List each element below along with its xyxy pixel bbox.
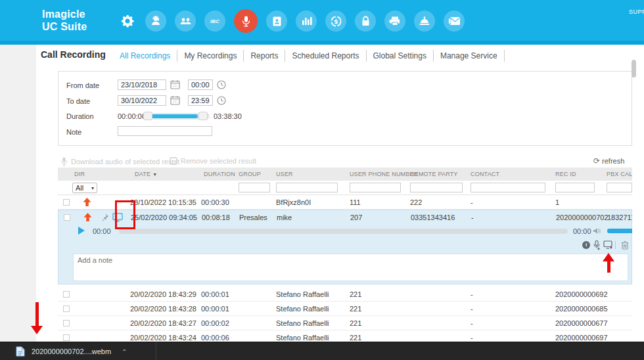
play-button[interactable] [78,227,85,235]
speaker-icon[interactable] [593,227,601,236]
to-date-input[interactable] [118,95,166,106]
people-group-icon[interactable] [175,11,196,32]
pbx-filter-input[interactable] [607,183,632,192]
duration-slider-handle-max[interactable] [198,112,208,120]
refresh-button[interactable]: ⟳refresh [593,156,624,166]
col-duration[interactable]: DURATION [204,171,235,177]
cell-duration: 00:08:18 [202,214,230,221]
currency-dollar-icon[interactable]: $ [325,11,346,32]
col-contact[interactable]: CONTACT [471,171,499,177]
from-time-input[interactable] [188,79,213,90]
to-time-clock-icon[interactable] [217,96,226,108]
col-remote-party[interactable]: REMOTE PARTY [410,171,458,177]
cell-contact: - [471,198,473,206]
table-row[interactable]: 20/02/2020 18:43:24 00:00:06 Stefano Raf… [58,330,632,342]
table-row[interactable]: 20/02/2020 18:43:27 00:00:02 Stefano Raf… [58,316,632,330]
duration-slider-handle-min[interactable] [143,112,152,120]
user-filter-input[interactable] [276,183,338,192]
table-filter-row: All▾ [58,181,632,195]
col-group[interactable]: GROUP [239,171,261,177]
bar-chart-icon[interactable] [296,11,317,32]
tab-scheduled-reports[interactable]: Scheduled Reports [285,50,366,62]
chevron-up-icon[interactable]: ⌃ [122,348,127,355]
refresh-icon: ⟳ [593,156,600,166]
contact-filter-input[interactable] [471,183,545,192]
group-filter-input[interactable] [239,183,270,192]
remote-party-filter-input[interactable] [410,183,463,192]
col-date[interactable]: DATE▼ [135,171,157,177]
call-recording-microphone-icon[interactable] [234,9,258,33]
row-checkbox[interactable] [63,320,70,326]
envelope-icon[interactable] [444,11,465,32]
row-checkbox[interactable] [63,291,70,298]
lock-icon[interactable] [355,11,376,32]
rec-id-filter-input[interactable] [555,183,595,192]
col-user-phone-number[interactable]: USER PHONE NUMBER [350,171,418,177]
duration-slider-fill [152,114,198,118]
table-row[interactable]: 28/10/2022 10:15:35 00:00:30 BfRjxz8n0I … [58,195,632,210]
cell-date: 25/02/2020 09:34:05 [131,214,197,221]
scrollbar-thumb[interactable] [632,60,636,78]
from-time-clock-icon[interactable] [217,80,226,92]
cell-group: Presales [239,214,267,221]
table-row-selected[interactable]: 25/02/2020 09:34:05 00:08:18 Presales mi… [58,210,632,225]
volume-bar[interactable] [607,229,632,233]
cell-date: 28/10/2022 10:15:35 [130,198,196,206]
cell-date: 20/02/2020 18:43:24 [130,334,196,342]
cell-duration: 00:00:01 [201,290,229,298]
trash-icon[interactable] [621,240,629,251]
col-rec-id[interactable]: REC ID [555,171,576,177]
col-pbx-call-id[interactable]: PBX CALL ID [607,171,632,177]
annotation-arrow-down [35,302,39,326]
contact-directory-icon[interactable] [266,11,287,32]
cell-contact: - [471,214,474,221]
from-date-input[interactable] [118,79,166,90]
to-time-input[interactable] [188,95,213,106]
note-filter-input[interactable] [118,126,212,136]
cell-contact: - [471,305,473,313]
gear-icon[interactable] [118,11,137,32]
tab-manage-service[interactable]: Manage Service [434,50,505,62]
seek-bar[interactable] [119,229,568,234]
row-checkbox[interactable] [63,334,70,341]
agent-headset-icon[interactable] [145,11,166,32]
hotel-bell-icon[interactable] [414,11,435,32]
elapsed-time: 00:00 [93,227,111,235]
col-dir[interactable]: DIR [74,171,85,177]
cell-phone: 221 [350,305,361,313]
remaining-time: 00:00 [573,227,591,235]
row-checkbox[interactable] [63,199,70,206]
row-checkbox[interactable] [63,305,70,312]
table-row[interactable]: 20/02/2020 18:43:29 00:00:01 Stefano Raf… [58,287,632,302]
support-link[interactable]: SUPP [629,9,644,15]
cell-remote-party: 222 [410,198,422,206]
cell-contact: - [471,319,473,327]
remove-result-label: Remove selected result [181,157,256,165]
tab-global-settings[interactable]: Global Settings [367,50,434,62]
download-audio-icon[interactable] [593,240,601,252]
phone-filter-input[interactable] [350,183,401,192]
to-date-calendar-icon[interactable] [170,95,180,108]
sort-desc-icon: ▼ [152,172,157,177]
app-header: Imagicle UC Suite IBC $ [0,0,644,45]
col-user[interactable]: USER [276,171,293,177]
row-checkbox[interactable] [64,214,70,221]
tab-my-recordings[interactable]: My Recordings [177,50,244,62]
download-audio-action[interactable]: Download audio of selected result [60,157,179,166]
downloads-bar: 2020000000702....webm ⌃ [0,342,644,360]
ibc-icon[interactable]: IBC [204,11,225,32]
remove-result-action[interactable]: Remove selected result [170,157,256,165]
tab-all-recordings[interactable]: All Recordings [113,50,177,62]
from-date-calendar-icon[interactable] [170,79,180,92]
dir-filter-select[interactable]: All▾ [72,183,97,193]
info-icon[interactable]: i [582,241,590,249]
table-row[interactable]: 20/02/2020 18:43:28 00:00:01 Stefano Raf… [58,302,632,316]
fax-printer-icon[interactable] [384,11,405,32]
add-note-textarea[interactable] [74,254,628,281]
pin-icon[interactable] [101,213,109,223]
recordings-table: DIR DATE▼ DURATION GROUP USER USER PHONE… [58,168,632,342]
audio-player: 00:00 00:00 [58,225,632,240]
tab-reports[interactable]: Reports [244,50,285,62]
downloaded-file-chip[interactable]: 2020000000702....webm ⌃ [0,342,156,360]
download-screen-recording-icon[interactable] [603,240,613,251]
